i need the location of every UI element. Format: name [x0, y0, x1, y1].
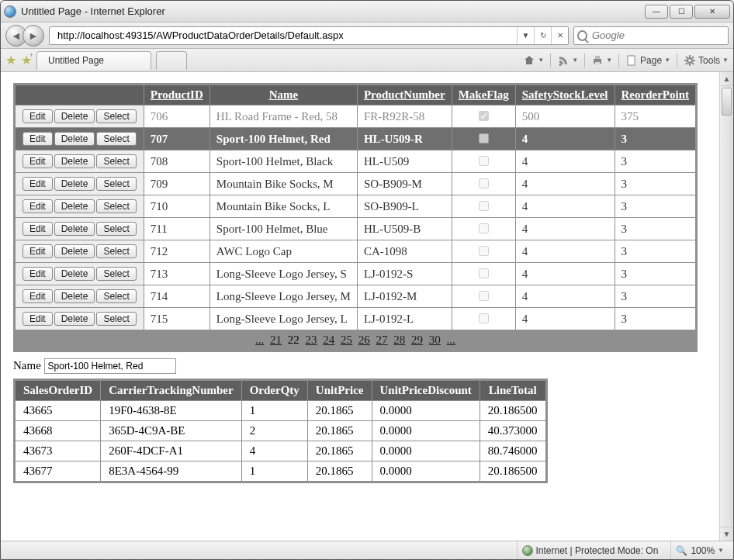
delete-button[interactable]: Delete	[54, 177, 95, 191]
name-input[interactable]	[44, 358, 176, 374]
pager-link[interactable]: 29	[411, 334, 423, 346]
scroll-up[interactable]: ▲	[720, 72, 733, 86]
zoom-control[interactable]: 🔍 100% ▼	[670, 541, 729, 559]
window-title: Untitled Page - Internet Explorer	[21, 5, 645, 17]
pager-link[interactable]: 28	[393, 334, 405, 346]
edit-button[interactable]: Edit	[23, 177, 53, 191]
delete-button[interactable]: Delete	[54, 199, 95, 213]
select-button[interactable]: Select	[96, 177, 136, 191]
header-name[interactable]: Name	[209, 85, 357, 105]
pager-link[interactable]: 27	[376, 334, 388, 346]
select-button[interactable]: Select	[96, 244, 136, 258]
delete-button[interactable]: Delete	[54, 267, 95, 281]
delete-button[interactable]: Delete	[54, 222, 95, 236]
url-dropdown[interactable]: ▼	[517, 27, 534, 44]
reorderpoint-cell: 375	[615, 105, 696, 128]
edit-button[interactable]: Edit	[23, 312, 53, 326]
forward-button[interactable]: ►	[23, 25, 44, 47]
print-button[interactable]: ▼	[591, 54, 612, 67]
makeflag-checkbox	[479, 133, 489, 143]
safetystock-cell: 4	[515, 173, 615, 195]
scroll-thumb[interactable]	[722, 88, 732, 116]
name-cell: Sport-100 Helmet, Black	[209, 150, 357, 173]
maximize-button[interactable]: ☐	[670, 5, 693, 19]
header-makeflag[interactable]: MakeFlag	[452, 85, 515, 105]
feeds-button[interactable]: ▼	[557, 54, 578, 67]
header-salesorderid: SalesOrderID	[15, 380, 101, 401]
tab-active[interactable]: Untitled Page	[36, 51, 151, 70]
delete-button[interactable]: Delete	[54, 109, 95, 123]
productnumber-cell: LJ-0192-L	[357, 308, 452, 330]
pager-link[interactable]: ...	[447, 334, 455, 346]
zoom-dropdown[interactable]: ▼	[718, 547, 724, 554]
edit-button[interactable]: Edit	[23, 267, 53, 281]
edit-button[interactable]: Edit	[23, 199, 53, 213]
delete-button[interactable]: Delete	[54, 312, 95, 326]
search-box[interactable]	[573, 26, 729, 45]
pager-link[interactable]: 23	[306, 334, 317, 346]
tools-menu[interactable]: Tools▼	[684, 54, 729, 67]
stop-button[interactable]: ✕	[551, 27, 568, 44]
select-button[interactable]: Select	[96, 312, 136, 326]
makeflag-checkbox	[479, 178, 489, 188]
header-carriertracking: CarrierTrackingNumber	[101, 380, 242, 401]
pager-link[interactable]: 24	[323, 334, 334, 346]
nav-row: ◄ ► ▼ ↻ ✕	[1, 22, 733, 49]
close-button[interactable]: ✕	[694, 5, 730, 19]
select-button[interactable]: Select	[96, 109, 136, 123]
scrollbar[interactable]: ▲ ▼	[719, 72, 733, 541]
favorites-icon[interactable]: ★	[5, 53, 16, 67]
makeflag-checkbox	[479, 201, 489, 211]
productid-cell: 714	[144, 285, 209, 308]
minimize-button[interactable]: —	[645, 5, 668, 19]
header-productnumber[interactable]: ProductNumber	[357, 85, 452, 105]
makeflag-cell	[452, 240, 515, 263]
url-input[interactable]	[56, 29, 517, 41]
edit-button[interactable]: Edit	[23, 289, 53, 303]
delete-button[interactable]: Delete	[54, 244, 95, 258]
svg-point-4	[687, 58, 692, 63]
table-row: EditDeleteSelect715Long-Sleeve Logo Jers…	[15, 308, 697, 330]
makeflag-checkbox	[479, 313, 489, 323]
pager-link[interactable]: ...	[255, 334, 264, 346]
status-bar: Internet | Protected Mode: On 🔍 100% ▼	[1, 541, 733, 559]
new-tab-button[interactable]	[156, 51, 187, 70]
select-button[interactable]: Select	[96, 154, 136, 168]
reorderpoint-cell: 3	[615, 173, 696, 195]
nav-buttons: ◄ ►	[5, 25, 44, 47]
refresh-button[interactable]: ↻	[534, 27, 551, 44]
scroll-down[interactable]: ▼	[720, 527, 733, 541]
disc-cell: 0.0000	[372, 461, 480, 482]
pager-link[interactable]: 26	[358, 334, 370, 346]
command-cell: EditDeleteSelect	[15, 128, 144, 150]
edit-button[interactable]: Edit	[23, 154, 53, 168]
pager-link[interactable]: 21	[270, 334, 282, 346]
select-button[interactable]: Select	[96, 267, 136, 281]
select-button[interactable]: Select	[96, 289, 136, 303]
pager-link[interactable]: 25	[341, 334, 352, 346]
page-menu[interactable]: Page▼	[625, 54, 670, 67]
header-productid[interactable]: ProductID	[144, 85, 209, 105]
edit-button[interactable]: Edit	[23, 222, 53, 236]
pager-link[interactable]: 30	[429, 334, 441, 346]
productid-cell: 712	[144, 240, 209, 263]
edit-button[interactable]: Edit	[23, 132, 53, 146]
delete-button[interactable]: Delete	[54, 289, 95, 303]
header-safetystock[interactable]: SafetyStockLevel	[515, 85, 615, 105]
edit-button[interactable]: Edit	[23, 109, 53, 123]
edit-button[interactable]: Edit	[23, 244, 53, 258]
select-button[interactable]: Select	[96, 199, 136, 213]
command-cell: EditDeleteSelect	[15, 173, 144, 195]
add-favorites-icon[interactable]: ★	[21, 53, 32, 67]
svg-rect-2	[595, 62, 600, 65]
search-input[interactable]	[590, 29, 725, 42]
header-reorderpoint[interactable]: ReorderPoint	[615, 85, 696, 105]
address-bar[interactable]: ▼ ↻ ✕	[49, 26, 569, 45]
ctn-cell: 365D-4C9A-BE	[101, 421, 242, 441]
separator	[677, 54, 677, 67]
delete-button[interactable]: Delete	[54, 132, 95, 146]
delete-button[interactable]: Delete	[54, 154, 95, 168]
home-button[interactable]: ▼	[523, 54, 544, 67]
select-button[interactable]: Select	[96, 132, 136, 146]
select-button[interactable]: Select	[96, 222, 136, 236]
